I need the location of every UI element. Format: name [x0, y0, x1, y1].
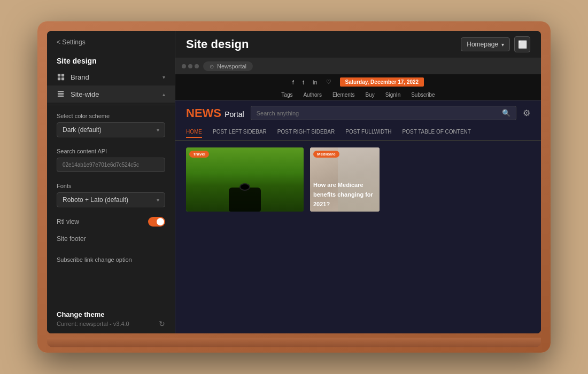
nav-elements[interactable]: Elements — [332, 92, 355, 98]
nav-tags[interactable]: Tags — [281, 92, 292, 98]
homepage-select[interactable]: Homepage ▾ — [461, 37, 510, 51]
back-button[interactable]: < Settings — [47, 31, 175, 51]
nav-signin[interactable]: SignIn — [385, 92, 400, 98]
search-api-input[interactable]: 02e14ab1e97e701e6d7c524c5c — [57, 158, 165, 172]
toggle-thumb — [157, 218, 164, 225]
logo-news: NEWS — [186, 106, 221, 120]
search-bar[interactable]: 🔍 — [251, 106, 516, 120]
travel-badge: Travel — [189, 151, 209, 158]
browser-bar: ⊙ Newsportal — [175, 58, 541, 74]
rtl-toggle-row: Rtl view — [47, 213, 175, 231]
grid-icon — [57, 90, 65, 98]
preview-title: Site design — [186, 37, 249, 51]
svg-rect-2 — [58, 77, 60, 80]
screen-content: < Settings Site design Brand ▾ — [47, 31, 541, 333]
news-logo: NEWS Portal — [186, 106, 244, 120]
news-card-medicare[interactable]: Medicare How are Medicare benefits chang… — [310, 147, 380, 212]
svg-rect-0 — [58, 74, 60, 76]
monitor-button[interactable]: ⬜ — [514, 36, 530, 52]
sidebar: < Settings Site design Brand ▾ — [47, 31, 175, 333]
search-api-group: Search content API 02e14ab1e97e701e6d7c5… — [47, 143, 175, 177]
layout-icon — [57, 73, 65, 81]
pinterest-icon[interactable]: ♡ — [326, 79, 331, 85]
color-scheme-select[interactable]: Dark (default) ▾ — [57, 122, 165, 137]
medicare-badge: Medicare — [313, 151, 339, 158]
svg-rect-3 — [61, 77, 64, 80]
news-topbar: f t in ♡ Saturday, December 17, 2022 — [175, 74, 541, 90]
nav-post-table[interactable]: POST TABLE OF CONTENT — [403, 129, 471, 137]
change-theme-sub: Current: newsportal - v3.4.0 ↻ — [57, 320, 165, 328]
news-header-bar: NEWS Portal 🔍 ⚙ — [175, 100, 541, 126]
screen-bezel: < Settings Site design Brand ▾ — [47, 31, 541, 333]
dot-yellow — [188, 64, 192, 68]
preview-header: Site design Homepage ▾ ⬜ — [175, 31, 541, 58]
fonts-value: Roboto + Lato (default) — [63, 196, 128, 204]
dot-green — [195, 64, 199, 68]
search-icon[interactable]: 🔍 — [502, 109, 510, 117]
brand-label: Brand — [71, 73, 89, 81]
browser-url[interactable]: ⊙ Newsportal — [203, 61, 253, 71]
news-nav: Tags Authors Elements Buy SignIn Subscri… — [175, 90, 541, 100]
laptop-base — [47, 338, 541, 347]
nav-post-full[interactable]: POST FULLWIDTH — [345, 129, 391, 137]
svg-rect-6 — [58, 96, 64, 97]
fonts-select[interactable]: Roboto + Lato (default) ▾ — [57, 192, 165, 207]
search-input[interactable] — [257, 110, 498, 116]
refresh-icon[interactable]: ↻ — [159, 320, 165, 328]
site-preview: ⊙ Newsportal f t in ♡ Saturday, December… — [175, 58, 541, 333]
search-api-label: Search content API — [57, 148, 165, 154]
sidebar-item-sitewide[interactable]: Site-wide ▴ — [47, 85, 175, 103]
nav-home[interactable]: HOME — [186, 129, 202, 138]
twitter-icon[interactable]: t — [303, 79, 304, 85]
nav-post-left[interactable]: POST LEFT SIDEBAR — [213, 129, 267, 137]
preview-area: Site design Homepage ▾ ⬜ — [175, 31, 541, 333]
news-main-nav: HOME POST LEFT SIDEBAR POST RIGHT SIDEBA… — [175, 126, 541, 141]
browser-dots — [182, 64, 199, 68]
laptop-shell: < Settings Site design Brand ▾ — [37, 21, 551, 353]
preview-header-right: Homepage ▾ ⬜ — [461, 36, 530, 52]
nav-authors[interactable]: Authors — [303, 92, 321, 98]
camera-silhouette — [229, 188, 261, 212]
svg-rect-1 — [61, 74, 64, 76]
fonts-label: Fonts — [57, 183, 165, 189]
svg-rect-5 — [58, 93, 64, 95]
nav-post-right[interactable]: POST RIGHT SIDEBAR — [277, 129, 335, 137]
subscribe-link-group: Subscribe link change option — [47, 251, 175, 271]
site-footer-row: Site footer — [47, 231, 175, 247]
gear-icon[interactable]: ⚙ — [523, 108, 530, 118]
change-theme-row: Change theme Current: newsportal - v3.4.… — [47, 305, 175, 333]
site-footer-label: Site footer — [57, 235, 86, 243]
section-title: Site design — [47, 51, 175, 68]
fonts-group: Fonts Roboto + Lato (default) ▾ — [47, 177, 175, 213]
fonts-chevron: ▾ — [157, 197, 159, 203]
medicare-title-text: How are Medicare benefits changing for 2… — [313, 182, 373, 207]
color-scheme-group: Select color scheme Dark (default) ▾ — [47, 107, 175, 143]
svg-rect-4 — [58, 91, 64, 92]
nav-subscribe[interactable]: Subscribe — [411, 92, 435, 98]
news-site: f t in ♡ Saturday, December 17, 2022 Tag… — [175, 74, 541, 218]
rtl-toggle[interactable] — [148, 217, 165, 227]
sidebar-item-brand[interactable]: Brand ▾ — [47, 68, 175, 85]
facebook-icon[interactable]: f — [292, 79, 294, 85]
dot-red — [182, 64, 186, 68]
color-scheme-chevron: ▾ — [157, 127, 159, 133]
monitor-icon: ⬜ — [518, 40, 527, 49]
current-theme: Current: newsportal - v3.4.0 — [57, 321, 129, 327]
nav-buy[interactable]: Buy — [366, 92, 375, 98]
brand-chevron: ▾ — [163, 74, 165, 80]
url-text: Newsportal — [217, 63, 246, 69]
linkedin-icon[interactable]: in — [313, 79, 318, 85]
color-scheme-value: Dark (default) — [63, 126, 102, 134]
news-card-travel[interactable]: Travel — [186, 147, 304, 212]
change-theme-label: Change theme — [57, 310, 165, 318]
card-medicare-title: How are Medicare benefits changing for 2… — [313, 180, 376, 208]
color-scheme-label: Select color scheme — [57, 113, 165, 119]
divider-1 — [47, 105, 175, 105]
rtl-label: Rtl view — [57, 218, 79, 225]
subscribe-link-label: Subscribe link change option — [57, 256, 165, 263]
date-badge: Saturday, December 17, 2022 — [340, 77, 424, 87]
homepage-label: Homepage — [467, 41, 498, 48]
homepage-chevron: ▾ — [501, 42, 504, 48]
news-cards: Travel Medicare — [175, 141, 541, 218]
sitewide-label: Site-wide — [71, 90, 99, 98]
